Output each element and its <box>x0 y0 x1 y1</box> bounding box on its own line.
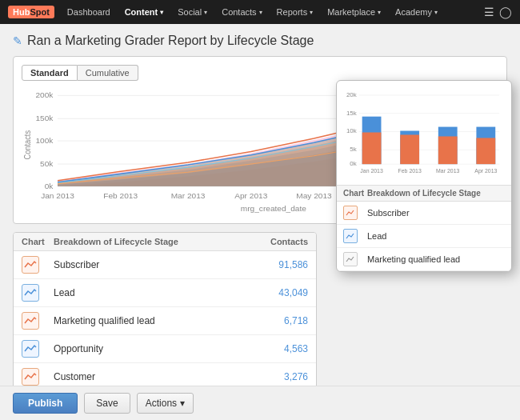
table-row: Subscriber 91,586 <box>14 251 316 279</box>
nav-contacts[interactable]: Contacts ▾ <box>215 4 268 20</box>
nav-reports[interactable]: Reports ▾ <box>270 4 320 20</box>
svg-text:Jan 2013: Jan 2013 <box>41 192 74 201</box>
popup-table-row: Lead <box>337 225 511 248</box>
user-icon[interactable]: ◯ <box>499 6 512 18</box>
chevron-down-icon: ▾ <box>204 9 207 16</box>
nav-content[interactable]: Content ▾ <box>118 4 170 20</box>
nav-academy[interactable]: Academy ▾ <box>389 4 444 20</box>
svg-text:200k: 200k <box>35 91 53 100</box>
svg-text:Jan 2013: Jan 2013 <box>360 168 383 174</box>
menu-icon[interactable]: ☰ <box>484 6 494 18</box>
svg-text:5k: 5k <box>350 146 356 153</box>
svg-text:Feb 2013: Feb 2013 <box>398 168 422 174</box>
svg-text:Feb 2013: Feb 2013 <box>103 192 138 201</box>
table-row: Lead 43,049 <box>14 279 316 307</box>
popup-table-row: Subscriber <box>337 202 511 225</box>
popup-table-row: Marketing qualified lead <box>337 248 511 271</box>
row-icon-opportunity <box>22 340 39 358</box>
nav-marketplace[interactable]: Marketplace ▾ <box>321 4 387 20</box>
chevron-down-icon: ▾ <box>434 9 438 16</box>
hubspot-logo[interactable]: HubSpot <box>8 6 54 18</box>
publish-button[interactable]: Publish <box>13 393 78 414</box>
table-card: Chart Breakdown of Lifecycle Stage Conta… <box>13 232 317 391</box>
svg-text:Apr 2013: Apr 2013 <box>234 192 267 201</box>
row-value-customer[interactable]: 3,276 <box>228 371 308 382</box>
popup-icon-mql <box>343 252 358 266</box>
col-name: Breakdown of Lifecycle Stage <box>54 237 228 246</box>
chart-tabs: Standard Cumulative <box>22 65 498 81</box>
table-row: Marketing qualified lead 6,718 <box>14 307 316 335</box>
popup-bar-chart-svg: 20k 15k 10k 5k 0k <box>343 87 505 178</box>
row-label-subscriber: Subscriber <box>54 259 228 270</box>
tab-cumulative[interactable]: Cumulative <box>78 65 138 81</box>
svg-text:15k: 15k <box>346 110 357 117</box>
row-icon-mql <box>22 312 39 330</box>
col-contacts: Contacts <box>228 237 308 246</box>
row-icon-subscriber <box>22 256 39 274</box>
svg-text:Mar 2013: Mar 2013 <box>171 192 206 201</box>
navbar: HubSpot Dashboard Content ▾ Social ▾ Con… <box>0 0 520 24</box>
svg-text:Mar 2013: Mar 2013 <box>436 168 459 174</box>
svg-text:Contacts: Contacts <box>23 130 32 160</box>
nav-social[interactable]: Social ▾ <box>171 4 214 20</box>
svg-rect-39 <box>400 134 419 164</box>
chevron-down-icon: ▾ <box>160 9 163 16</box>
svg-text:0k: 0k <box>350 160 356 167</box>
popup-col-chart: Chart <box>343 189 367 198</box>
row-label-customer: Customer <box>54 371 228 382</box>
svg-text:0k: 0k <box>45 182 54 190</box>
bottom-bar: Publish Save Actions ▾ <box>0 386 520 420</box>
svg-text:Apr 2013: Apr 2013 <box>474 168 497 174</box>
popup-icon-subscriber <box>343 206 358 220</box>
svg-rect-43 <box>476 138 495 164</box>
svg-rect-41 <box>438 136 458 164</box>
svg-text:mrg_created_date: mrg_created_date <box>241 204 306 213</box>
actions-button[interactable]: Actions ▾ <box>137 393 194 414</box>
row-value-lead[interactable]: 43,049 <box>228 287 308 298</box>
row-label-lead: Lead <box>54 287 228 298</box>
svg-text:May 2013: May 2013 <box>296 192 331 201</box>
chevron-down-icon: ▾ <box>259 9 262 16</box>
table-row: Opportunity 4,563 <box>14 335 316 363</box>
popup-col-name: Breakdown of Lifecycle Stage <box>367 189 505 198</box>
table-header: Chart Breakdown of Lifecycle Stage Conta… <box>14 233 316 251</box>
svg-text:20k: 20k <box>346 91 357 98</box>
row-value-mql[interactable]: 6,718 <box>228 315 308 326</box>
nav-right-icons: ☰ ◯ <box>484 6 512 18</box>
svg-text:100k: 100k <box>35 137 53 146</box>
svg-text:10k: 10k <box>346 127 357 134</box>
edit-icon[interactable]: ✎ <box>13 34 22 47</box>
page-title-row: ✎ Ran a Marketing Grader Report by Lifec… <box>13 34 507 48</box>
save-button[interactable]: Save <box>84 393 130 414</box>
chevron-down-icon: ▾ <box>378 9 381 16</box>
row-value-opportunity[interactable]: 4,563 <box>228 343 308 354</box>
popup-overlay: 20k 15k 10k 5k 0k <box>336 80 512 272</box>
popup-table-header: Chart Breakdown of Lifecycle Stage <box>337 185 511 202</box>
popup-label-lead: Lead <box>367 231 505 241</box>
row-icon-customer <box>22 368 39 386</box>
popup-icon-lead <box>343 229 358 243</box>
svg-text:50k: 50k <box>40 159 53 168</box>
col-chart: Chart <box>22 237 54 246</box>
row-value-subscriber[interactable]: 91,586 <box>228 259 308 270</box>
tab-standard[interactable]: Standard <box>22 65 78 81</box>
main-content: ✎ Ran a Marketing Grader Report by Lifec… <box>0 24 520 420</box>
page-title: Ran a Marketing Grader Report by Lifecyc… <box>27 34 314 48</box>
chevron-down-icon: ▾ <box>180 398 185 409</box>
svg-rect-37 <box>362 133 382 165</box>
popup-chart: 20k 15k 10k 5k 0k <box>337 81 511 185</box>
row-label-opportunity: Opportunity <box>54 343 228 354</box>
nav-dashboard[interactable]: Dashboard <box>61 4 117 20</box>
svg-text:150k: 150k <box>35 114 53 123</box>
popup-label-mql: Marketing qualified lead <box>367 254 505 264</box>
row-icon-lead <box>22 284 39 302</box>
chevron-down-icon: ▾ <box>310 9 313 16</box>
row-label-mql: Marketing qualified lead <box>54 315 228 326</box>
popup-label-subscriber: Subscriber <box>367 208 505 218</box>
